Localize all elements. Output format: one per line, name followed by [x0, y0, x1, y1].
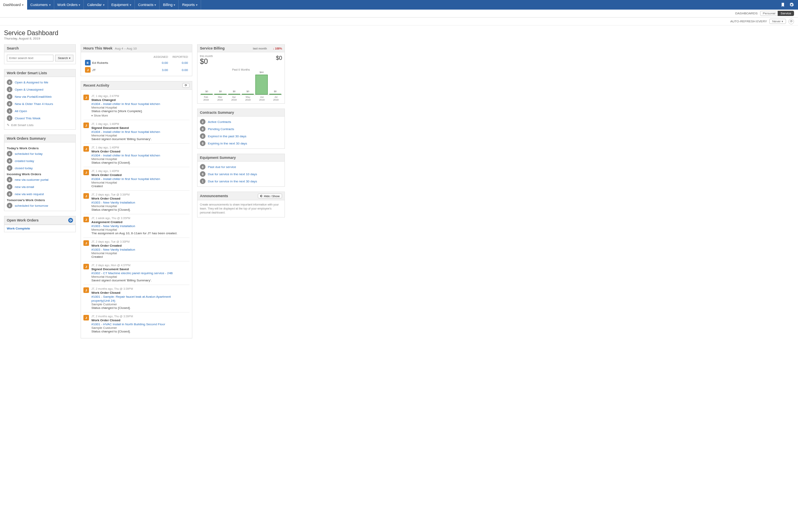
activity-link[interactable]: #1003 - New Vanity Installation: [91, 224, 135, 228]
edit-smart-lists[interactable]: ✎Edit Smart Lists: [7, 123, 73, 127]
count-badge: 1: [7, 108, 12, 114]
search-input[interactable]: [7, 55, 53, 61]
list-item[interactable]: 0closed today: [7, 165, 73, 171]
activity-title: Signed Document Saved: [91, 267, 190, 271]
activity-title: Work Order Closed: [91, 150, 190, 153]
list-item[interactable]: 0Pending Contracts: [200, 126, 282, 132]
list-item-label: Expiring in the next 30 days: [208, 142, 247, 145]
dashboard-switch: Personal Service: [760, 11, 794, 16]
nav-tab-billing[interactable]: Billing▾: [160, 0, 179, 10]
hours-reported[interactable]: 0.00: [170, 59, 190, 66]
activity-link[interactable]: #1003 - New Vanity Installation: [91, 201, 135, 204]
bookmark-icon[interactable]: [780, 2, 785, 7]
list-item[interactable]: 0Expired in the past 30 days: [200, 133, 282, 139]
search-panel: Search Search▾: [4, 44, 76, 64]
activity-body: Status changed to [Closed].: [91, 330, 190, 333]
count-badge: 1: [200, 178, 205, 184]
activity-item: JJT, 1 day ago, 1:40PMWork Order Closed#…: [83, 143, 190, 167]
hours-assigned[interactable]: 0.00: [150, 59, 170, 66]
activity-link[interactable]: #1004 - Install chiller in first floor h…: [91, 102, 160, 106]
count-badge: 0: [7, 203, 12, 208]
activity-item: JJT, 1 day ago, 2:47PMStatus Changed#100…: [83, 92, 190, 120]
list-item[interactable]: 0Past due for service: [200, 164, 282, 170]
list-item[interactable]: 1All Open: [7, 108, 73, 114]
list-item[interactable]: 0created today: [7, 158, 73, 164]
nav-tab-contracts[interactable]: Contracts▾: [135, 0, 160, 10]
activity-link[interactable]: #1004 - Install chiller in first floor h…: [91, 177, 160, 181]
billing-chart: $0$0$0$0$44$0: [200, 71, 282, 95]
list-item[interactable]: 0scheduled for today: [7, 151, 73, 156]
list-item-label: Active Contracts: [208, 120, 231, 124]
page-title: Service Dashboard: [4, 30, 794, 37]
avatar: J: [83, 193, 89, 199]
activity-link[interactable]: #1002 - CT Machine electric panel requir…: [91, 271, 173, 275]
list-item[interactable]: 0Open & Assigned to Me: [7, 79, 73, 85]
chart-bar: $0: [242, 94, 254, 95]
avatar: J: [83, 217, 89, 222]
activity-customer: Memorial Hospital: [91, 275, 190, 279]
nav-tab-reports[interactable]: Reports▾: [179, 0, 201, 10]
list-item-label: Closed This Week: [15, 117, 41, 120]
pill-service[interactable]: Service: [778, 11, 794, 16]
nav-tab-customers[interactable]: Customers▾: [27, 0, 54, 10]
list-item[interactable]: 1Open & Unassigned: [7, 87, 73, 92]
open-wo-refresh-icon[interactable]: ⟳: [68, 218, 73, 223]
count-badge: 0: [200, 133, 205, 139]
activity-meta: JT, 1 day ago, 2:47PM: [91, 95, 190, 97]
chevron-down-icon: ▾: [174, 3, 175, 7]
nav-tab-equipment[interactable]: Equipment▾: [108, 0, 135, 10]
search-button[interactable]: Search▾: [55, 55, 73, 61]
refresh-now-button[interactable]: ⟳: [788, 19, 794, 24]
list-item[interactable]: 0New & Older Than 4 Hours: [7, 101, 73, 107]
activity-body: Status changed to [Closed].: [91, 208, 190, 212]
activity-customer: Memorial Hospital: [91, 228, 190, 231]
chevron-down-icon: ▾: [196, 3, 198, 7]
open-wo-bar[interactable]: Work Complete: [4, 225, 76, 232]
list-item[interactable]: 0New via Portal/Email/Web: [7, 94, 73, 99]
activity-item: JJT, 1 day ago, 1:40PMSigned Document Sa…: [83, 120, 190, 143]
gear-icon[interactable]: [789, 2, 794, 7]
billing-chart-x: Feb2019Mar2019Apr2019May2019Jun2019Jul20…: [200, 95, 282, 101]
activity-link[interactable]: #1001 - Sample: Repair faucet leak at Av…: [91, 295, 171, 303]
list-item[interactable]: 0Expiring in the next 30 days: [200, 140, 282, 146]
activity-item: JJT, 2 days ago, Tue @ 3:30PMWork Order …: [83, 237, 190, 261]
chart-bar-label: $0: [247, 90, 249, 93]
list-item-label: All Open: [15, 109, 27, 113]
activity-link[interactable]: #1001 - HVAC Install in North Building S…: [91, 322, 165, 326]
hours-assigned[interactable]: 3.00: [150, 66, 170, 73]
nav-tab-dashboard[interactable]: Dashboard▾: [0, 0, 27, 10]
autorefresh-select[interactable]: Never ▾: [769, 19, 786, 24]
activity-body: Created: [91, 255, 190, 259]
list-item[interactable]: 1Closed This Week: [7, 115, 73, 121]
list-item[interactable]: 0Due for service in the next 10 days: [200, 171, 282, 177]
count-badge: 0: [7, 191, 12, 197]
billing-this-month-value: $0: [200, 57, 213, 66]
list-item[interactable]: 0new via web request: [7, 191, 73, 197]
list-item[interactable]: 2Active Contracts: [200, 119, 282, 125]
nav-tab-work-orders[interactable]: Work Orders▾: [54, 0, 84, 10]
activity-customer: Sample Customer: [91, 303, 190, 306]
show-more[interactable]: ▾ Show More: [91, 114, 190, 117]
activity-panel: Recent Activity ⟳ JJT, 1 day ago, 2:47PM…: [81, 81, 192, 338]
activity-reload[interactable]: ⟳: [182, 83, 190, 88]
hours-row[interactable]: EEd Roberts: [83, 59, 150, 66]
activity-item: JJT, 1 day ago, 1:40PMWork Order Created…: [83, 167, 190, 190]
activity-body: Status changed to [Closed].: [91, 161, 190, 164]
hours-reported[interactable]: 0.00: [170, 66, 190, 73]
billing-delta: ↓ 100%: [273, 47, 282, 50]
list-item[interactable]: 0new via email: [7, 184, 73, 190]
pill-personal[interactable]: Personal: [760, 11, 778, 16]
announcements-toggle[interactable]: ◐ Hide / Show: [258, 194, 282, 198]
section-label: Today's Work Orders: [7, 146, 73, 150]
smart-lists-panel: Work Order Smart Lists 0Open & Assigned …: [4, 69, 76, 130]
chart-bar-label: $0: [219, 90, 222, 93]
list-item[interactable]: 0scheduled for tomorrow: [7, 203, 73, 208]
nav-tab-calendar[interactable]: Calendar▾: [84, 0, 108, 10]
hours-row[interactable]: JJT: [83, 66, 150, 73]
activity-link[interactable]: #1003 - New Vanity Installation: [91, 248, 135, 251]
activity-link[interactable]: #1004 - Install chiller in first floor h…: [91, 154, 160, 157]
list-item[interactable]: 0new via customer portal: [7, 177, 73, 182]
list-item[interactable]: 1Due for service in the next 30 days: [200, 178, 282, 184]
activity-item: JJT, 2 days ago, Mon @ 4:37PMSigned Docu…: [83, 261, 190, 285]
activity-link[interactable]: #1004 - Install chiller in first floor h…: [91, 130, 160, 134]
